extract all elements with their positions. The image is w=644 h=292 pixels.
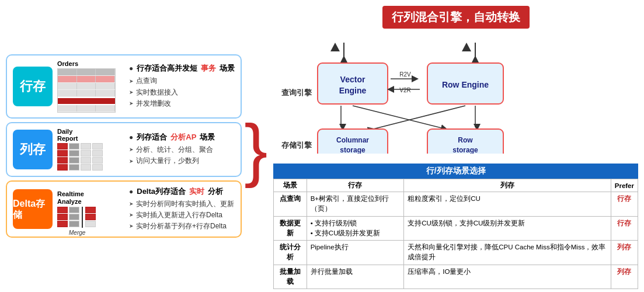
right-panel: 行列混合引擎，自动转换 查询引擎 Vector Engine [273, 6, 638, 286]
scene-point: 点查询 [274, 192, 307, 217]
svg-marker-3 [462, 43, 471, 51]
table-section: 行/列存场景选择 场景 行存 列存 Prefer 点查询 B+树索引，直接定位到… [273, 164, 638, 289]
delta-bullet-2: 实时插入更新进入行存Delta [129, 210, 235, 221]
col-bullets: 分析、统计、分组、聚合 访问大量行，少数列 [129, 144, 235, 166]
left-section: 行存 Orders [6, 6, 267, 286]
row-storage-content: 行存适合高并发短事务场景 点查询 实时数据接入 并发增删改 [126, 63, 235, 109]
svg-text:storage: storage [340, 146, 366, 154]
col-prefer: Prefer [611, 179, 638, 192]
svg-marker-2 [330, 43, 340, 51]
curly-brace: } [244, 114, 267, 184]
table-row: 批量加载 并行批量加载 压缩率高，IO量更小 列存 [274, 265, 638, 289]
svg-text:V2R: V2R [400, 87, 411, 93]
col-bullet-1: 分析、统计、分组、聚合 [129, 144, 235, 155]
delta-storage-diagram: RealtimeAnalyze [57, 190, 121, 228]
prefer-load: 列存 [611, 265, 638, 289]
row-storage-diagram: Orders [57, 60, 121, 113]
cards-area: 行存 Orders [6, 54, 242, 238]
svg-text:R2V: R2V [400, 71, 412, 78]
row-storage-card: 行存 Orders [6, 54, 242, 119]
col-point: 粗粒度索引，定位到CU [404, 192, 611, 217]
row-storage-label: 行存 [13, 67, 53, 106]
col-main-bullet: 列存适合分析AP场景 [129, 132, 235, 142]
col-col: 列存 [404, 179, 611, 192]
row-bullets: 点查询 实时数据接入 并发增删改 [129, 75, 235, 109]
main-container: 行存 Orders [0, 0, 644, 292]
delta-main-bullet: Delta列存适合实时分析 [129, 186, 235, 197]
scene-analysis: 统计分析 [274, 241, 307, 265]
delta-storage-card: Delta存储 RealtimeAnalyze [6, 180, 242, 238]
table-row: 数据更新 • 支持行级别锁 • 支持CU级别并发更新 支持CU级别锁，支持CU级… [274, 216, 638, 241]
col-row: 行存 [307, 179, 404, 192]
delta-bullet-1: 实时分析同时有实时插入、更新 [129, 199, 235, 210]
engine-svg: 查询引擎 Vector Engine R2V V2R Row Engine [277, 37, 557, 154]
table-header-row: 场景 行存 列存 Prefer [274, 179, 638, 192]
svg-text:Columnar: Columnar [336, 136, 369, 144]
engine-diagram: 查询引擎 Vector Engine R2V V2R Row Engine [273, 33, 638, 159]
scene-load: 批量加载 [274, 265, 307, 289]
delta-bullets: 实时分析同时有实时插入、更新 实时插入更新进入行存Delta 实时分析基于列存+… [129, 199, 235, 232]
row-analysis: Pipeline执行 [307, 241, 404, 265]
svg-line-15 [373, 106, 465, 129]
table-body: 点查询 B+树索引，直接定位到行（页） 粗粒度索引，定位到CU 行存 数据更新 … [274, 192, 638, 289]
svg-text:Engine: Engine [339, 86, 367, 95]
scene-update: 数据更新 [274, 216, 307, 241]
delta-bullet-3: 实时分析基于列存+行存Delta [129, 221, 235, 232]
table-title: 行/列存场景选择 [273, 164, 638, 179]
top-banner: 行列混合引擎，自动转换 [382, 6, 530, 29]
col-storage-card: 列存 DailyReport [6, 122, 242, 177]
col-storage-label: 列存 [13, 130, 53, 169]
data-table: 场景 行存 列存 Prefer 点查询 B+树索引，直接定位到行（页） 粗粒度索… [273, 179, 638, 289]
col-storage-diagram: DailyReport [57, 128, 121, 171]
col-bullet-2: 访问大量行，少数列 [129, 155, 235, 166]
svg-text:Row Engine: Row Engine [442, 80, 489, 89]
col-analysis: 天然和向量化引擎对接，降低CPU Cache Miss和指令Miss，效率成倍提… [404, 241, 611, 265]
svg-line-14 [353, 106, 446, 129]
table-row: 统计分析 Pipeline执行 天然和向量化引擎对接，降低CPU Cache M… [274, 241, 638, 265]
col-scene: 场景 [274, 179, 307, 192]
prefer-analysis: 列存 [611, 241, 638, 265]
col-update: 支持CU级别锁，支持CU级别并发更新 [404, 216, 611, 241]
svg-text:查询引擎: 查询引擎 [281, 88, 312, 97]
prefer-point: 行存 [611, 192, 638, 217]
svg-text:Vector: Vector [340, 75, 365, 84]
col-load: 压缩率高，IO量更小 [404, 265, 611, 289]
svg-text:storage: storage [453, 146, 479, 154]
row-bullet-3: 并发增删改 [129, 98, 235, 109]
svg-text:Row: Row [458, 136, 474, 144]
svg-text:存储引擎: 存储引擎 [281, 141, 312, 150]
table-row: 点查询 B+树索引，直接定位到行（页） 粗粒度索引，定位到CU 行存 [274, 192, 638, 217]
row-main-bullet: 行存适合高并发短事务场景 [129, 63, 235, 74]
delta-storage-label: Delta存储 [13, 189, 53, 229]
row-bullet-2: 实时数据接入 [129, 87, 235, 98]
row-update: • 支持行级别锁 • 支持CU级别并发更新 [307, 216, 404, 241]
delta-storage-content: Delta列存适合实时分析 实时分析同时有实时插入、更新 实时插入更新进入行存D… [126, 186, 235, 232]
prefer-update: 行存 [611, 216, 638, 241]
row-point: B+树索引，直接定位到行（页） [307, 192, 404, 217]
row-load: 并行批量加载 [307, 265, 404, 289]
row-bullet-1: 点查询 [129, 75, 235, 86]
col-storage-content: 列存适合分析AP场景 分析、统计、分组、聚合 访问大量行，少数列 [126, 132, 235, 166]
